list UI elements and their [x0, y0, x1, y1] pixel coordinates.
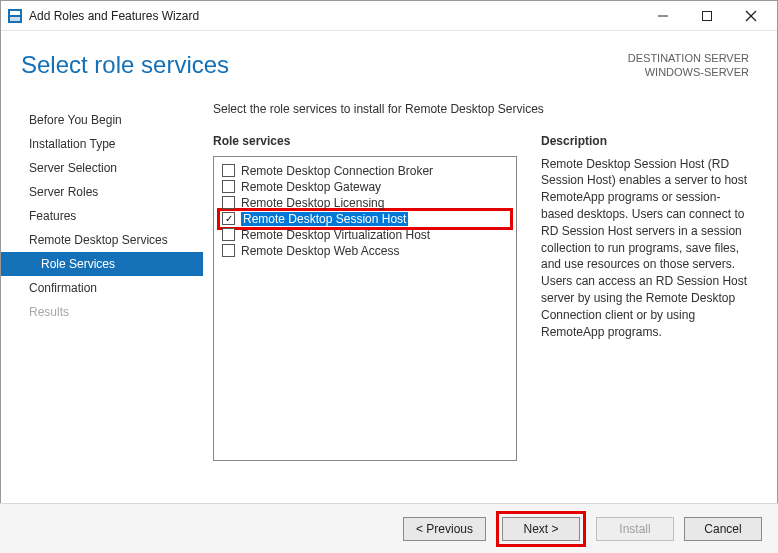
next-button-highlight: Next > — [496, 511, 586, 547]
destination-label: DESTINATION SERVER — [628, 51, 749, 65]
role-service-item[interactable]: Remote Desktop Web Access — [220, 243, 510, 259]
checkbox-icon[interactable] — [222, 228, 235, 241]
role-service-label: Remote Desktop Session Host — [241, 212, 408, 226]
install-button: Install — [596, 517, 674, 541]
role-service-label: Remote Desktop Virtualization Host — [241, 228, 430, 242]
role-service-item[interactable]: Remote Desktop Connection Broker — [220, 163, 510, 179]
role-service-label: Remote Desktop Gateway — [241, 180, 381, 194]
footer: < Previous Next > Install Cancel — [0, 503, 778, 553]
header: Select role services DESTINATION SERVER … — [1, 31, 777, 86]
sidebar-item-installation-type[interactable]: Installation Type — [1, 132, 203, 156]
sidebar-item-confirmation[interactable]: Confirmation — [1, 276, 203, 300]
page-title: Select role services — [21, 51, 229, 79]
checkbox-icon[interactable] — [222, 196, 235, 209]
role-service-label: Remote Desktop Licensing — [241, 196, 384, 210]
sidebar-item-role-services[interactable]: Role Services — [1, 252, 203, 276]
svg-rect-4 — [703, 11, 712, 20]
next-button[interactable]: Next > — [502, 517, 580, 541]
instruction-text: Select the role services to install for … — [213, 102, 751, 116]
description-label: Description — [541, 134, 751, 148]
destination-info: DESTINATION SERVER WINDOWS-SERVER — [628, 51, 749, 80]
sidebar-item-server-selection[interactable]: Server Selection — [1, 156, 203, 180]
role-service-item[interactable]: Remote Desktop Virtualization Host — [220, 227, 510, 243]
checkbox-icon[interactable] — [222, 244, 235, 257]
role-service-label: Remote Desktop Connection Broker — [241, 164, 433, 178]
titlebar: Add Roles and Features Wizard — [1, 1, 777, 31]
svg-rect-2 — [10, 17, 20, 21]
destination-value: WINDOWS-SERVER — [628, 65, 749, 79]
sidebar-item-server-roles[interactable]: Server Roles — [1, 180, 203, 204]
cancel-button[interactable]: Cancel — [684, 517, 762, 541]
role-service-item[interactable]: Remote Desktop Gateway — [220, 179, 510, 195]
sidebar: Before You BeginInstallation TypeServer … — [1, 86, 203, 516]
main-panel: Select the role services to install for … — [203, 86, 777, 516]
body: Before You BeginInstallation TypeServer … — [1, 86, 777, 516]
svg-rect-1 — [10, 11, 20, 15]
sidebar-item-features[interactable]: Features — [1, 204, 203, 228]
window-title: Add Roles and Features Wizard — [29, 9, 199, 23]
role-services-label: Role services — [213, 134, 517, 148]
description-column: Description Remote Desktop Session Host … — [541, 134, 751, 464]
description-text: Remote Desktop Session Host (RD Session … — [541, 156, 751, 341]
role-services-column: Role services Remote Desktop Connection … — [213, 134, 517, 464]
sidebar-item-results: Results — [1, 300, 203, 324]
role-services-listbox[interactable]: Remote Desktop Connection BrokerRemote D… — [213, 156, 517, 461]
checkbox-icon[interactable] — [222, 180, 235, 193]
sidebar-item-remote-desktop-services[interactable]: Remote Desktop Services — [1, 228, 203, 252]
previous-button[interactable]: < Previous — [403, 517, 486, 541]
sidebar-item-before-you-begin[interactable]: Before You Begin — [1, 108, 203, 132]
checkbox-icon[interactable] — [222, 212, 235, 225]
maximize-button[interactable] — [685, 2, 729, 30]
role-service-item[interactable]: Remote Desktop Session Host — [220, 211, 510, 227]
app-icon — [7, 8, 23, 24]
role-service-label: Remote Desktop Web Access — [241, 244, 400, 258]
minimize-button[interactable] — [641, 2, 685, 30]
checkbox-icon[interactable] — [222, 164, 235, 177]
close-button[interactable] — [729, 2, 773, 30]
